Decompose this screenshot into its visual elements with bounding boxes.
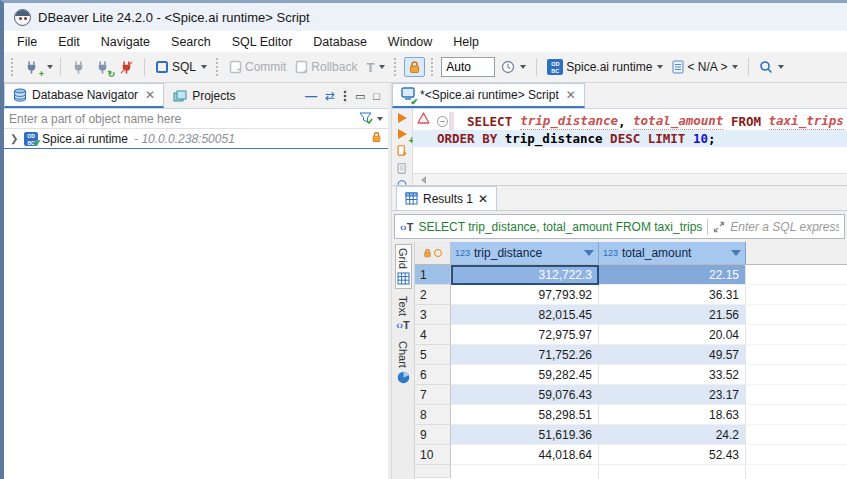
column-header-trip-distance[interactable]: 123 trip_distance (451, 242, 599, 264)
disconnect-button[interactable] (116, 58, 137, 77)
total-amount-cell[interactable]: 23.17 (599, 385, 746, 405)
column-filter-icon[interactable] (731, 250, 741, 256)
total-amount-cell[interactable]: 52.43 (599, 445, 746, 465)
table-row[interactable]: 3 82,015.45 21.56 (415, 305, 847, 325)
row-number-cell[interactable]: 5 (415, 345, 451, 365)
view-menu-icon[interactable] (343, 90, 347, 102)
total-amount-cell[interactable]: 18.63 (599, 405, 746, 425)
tab-sql-script[interactable]: ✔ *<Spice.ai runtime> Script ✕ (392, 83, 585, 108)
trip-distance-cell[interactable]: 51,619.36 (451, 425, 599, 445)
maximize-view-icon[interactable]: □ (373, 90, 380, 102)
transaction-log-button[interactable]: T (363, 58, 388, 77)
scroll-left-icon[interactable] (421, 176, 426, 184)
table-row[interactable]: 6 59,282.45 33.52 (415, 365, 847, 385)
total-amount-cell[interactable]: 49.57 (599, 345, 746, 365)
row-number-cell[interactable]: 6 (415, 365, 451, 385)
close-icon[interactable]: ✕ (478, 192, 488, 206)
table-row[interactable]: 1 312,722.3 22.15 (415, 265, 847, 285)
link-with-editor-icon[interactable]: ⇄ (325, 89, 335, 103)
active-connection-selector[interactable]: ODBC Spice.ai runtime (544, 57, 666, 77)
minimize-view-icon[interactable]: ▭ (355, 90, 365, 103)
search-button[interactable] (756, 58, 787, 76)
new-connection-button[interactable]: + (21, 58, 42, 77)
menu-sql-editor[interactable]: SQL Editor (232, 35, 293, 49)
trip-distance-cell[interactable] (451, 465, 599, 479)
trip-distance-cell[interactable]: 58,298.51 (451, 405, 599, 425)
total-amount-cell[interactable] (599, 465, 746, 479)
row-number-cell[interactable]: 4 (415, 325, 451, 345)
active-schema-selector[interactable]: < N/A > (669, 58, 741, 76)
connection-dropdown[interactable] (657, 65, 663, 69)
menu-search[interactable]: Search (171, 35, 211, 49)
explain-plan-icon[interactable] (395, 163, 409, 174)
table-row[interactable]: 9 51,619.36 24.2 (415, 425, 847, 445)
column-header-total-amount[interactable]: 123 total_amount (599, 242, 746, 264)
row-number-cell[interactable]: 7 (415, 385, 451, 405)
filter-funnel-icon[interactable] (359, 112, 373, 125)
table-row[interactable] (415, 465, 847, 479)
transaction-history-button[interactable] (498, 58, 529, 76)
fold-marker-icon[interactable]: − (437, 116, 448, 127)
table-row[interactable]: 7 59,076.43 23.17 (415, 385, 847, 405)
total-amount-cell[interactable]: 33.52 (599, 365, 746, 385)
connection-readonly-toggle[interactable] (404, 57, 425, 77)
execute-statement-button[interactable] (398, 113, 407, 123)
more-tools-icon[interactable] (396, 180, 408, 185)
table-row[interactable]: 10 44,018.64 52.43 (415, 445, 847, 465)
editor-text-area[interactable]: −SELECTtrip_distance, total_amount FROM … (413, 109, 847, 185)
trip-distance-cell[interactable]: 97,793.92 (451, 285, 599, 305)
close-icon[interactable]: ✕ (566, 88, 576, 102)
transaction-dropdown[interactable] (379, 65, 385, 69)
trip-distance-cell[interactable]: 44,018.64 (451, 445, 599, 465)
expand-filter-icon[interactable] (713, 221, 725, 233)
new-connection-dropdown[interactable] (47, 65, 53, 69)
menu-edit[interactable]: Edit (58, 35, 80, 49)
row-number-cell[interactable]: 1 (415, 265, 451, 285)
menu-window[interactable]: Window (388, 35, 432, 49)
connect-button[interactable] (68, 58, 89, 77)
collapse-all-icon[interactable]: — (305, 89, 317, 103)
total-amount-cell[interactable]: 22.15 (599, 265, 746, 285)
editor-horizontal-scrollbar[interactable] (413, 173, 847, 185)
row-number-cell[interactable]: 3 (415, 305, 451, 325)
execute-new-tab-button[interactable]: + (398, 129, 407, 139)
total-amount-cell[interactable]: 21.56 (599, 305, 746, 325)
schema-dropdown[interactable] (732, 65, 738, 69)
table-row[interactable]: 8 58,298.51 18.63 (415, 405, 847, 425)
row-number-cell[interactable]: 9 (415, 425, 451, 445)
table-row[interactable]: 2 97,793.92 36.31 (415, 285, 847, 305)
row-number-cell[interactable]: 8 (415, 405, 451, 425)
trip-distance-cell[interactable]: 312,722.3 (451, 265, 599, 285)
connection-tree-item[interactable]: ❯ ODBC✔ Spice.ai runtime - 10.0.0.238:50… (4, 129, 388, 149)
menu-navigate[interactable]: Navigate (101, 35, 150, 49)
trip-distance-cell[interactable]: 72,975.97 (451, 325, 599, 345)
row-number-cell[interactable] (415, 465, 451, 478)
total-amount-cell[interactable]: 24.2 (599, 425, 746, 445)
grid-corner-cell[interactable] (415, 242, 451, 264)
menu-database[interactable]: Database (313, 35, 367, 49)
object-filter-input[interactable] (4, 110, 357, 128)
row-number-cell[interactable]: 10 (415, 445, 451, 465)
filter-dropdown[interactable] (377, 117, 383, 121)
total-amount-cell[interactable]: 36.31 (599, 285, 746, 305)
column-filter-icon[interactable] (584, 250, 594, 256)
sql-editor-dropdown[interactable] (201, 65, 207, 69)
total-amount-cell[interactable]: 20.04 (599, 325, 746, 345)
tab-database-navigator[interactable]: Database Navigator ✕ (4, 83, 164, 108)
results-filter-field[interactable]: ‹›T SELECT trip_distance, total_amount F… (394, 214, 845, 239)
presentation-tab-text[interactable]: Text ‹›T (395, 293, 410, 334)
commit-button[interactable]: Commit (226, 58, 289, 76)
expand-chevron-icon[interactable]: ❯ (10, 133, 20, 144)
row-number-cell[interactable]: 2 (415, 285, 451, 305)
table-row[interactable]: 4 72,975.97 20.04 (415, 325, 847, 345)
trip-distance-cell[interactable]: 59,282.45 (451, 365, 599, 385)
new-sql-editor-button[interactable]: SQL (152, 58, 210, 76)
tab-projects[interactable]: Projects (164, 83, 244, 108)
search-dropdown[interactable] (778, 65, 784, 69)
rollback-button[interactable]: Rollback (292, 58, 360, 76)
table-row[interactable]: 5 71,752.26 49.57 (415, 345, 847, 365)
menu-file[interactable]: File (17, 35, 37, 49)
presentation-tab-chart[interactable]: Chart (396, 338, 411, 387)
autocommit-combo[interactable] (441, 57, 495, 77)
history-dropdown[interactable] (520, 65, 526, 69)
